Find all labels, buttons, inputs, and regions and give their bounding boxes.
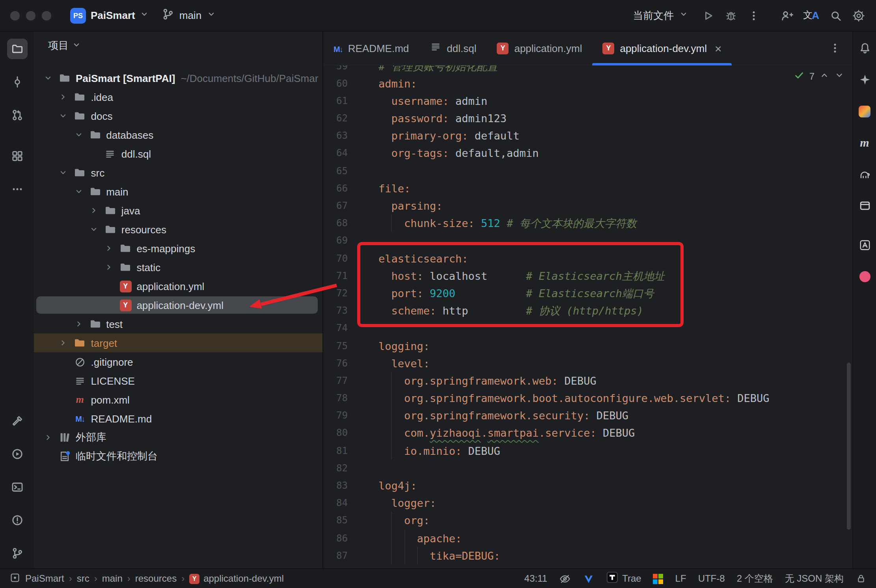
microsoft-plugin-icon[interactable]	[653, 573, 664, 584]
scratches-icon	[58, 450, 71, 463]
search-everywhere-button[interactable]	[826, 6, 845, 25]
chevron-right-icon[interactable]	[103, 261, 115, 274]
card-tool-button[interactable]	[856, 197, 873, 214]
tree-item-ddl.sql[interactable]: ddl.sql	[34, 144, 322, 163]
breadcrumb-paismart[interactable]: PaiSmart	[25, 573, 64, 584]
pull-requests-tool-button[interactable]	[7, 105, 27, 125]
tree-item-target[interactable]: target	[34, 333, 322, 352]
pinned-plugin-tool-button[interactable]	[856, 268, 873, 285]
translate-a-glyph: A	[812, 9, 819, 21]
tree-item-license[interactable]: LICENSE	[34, 371, 322, 390]
code-with-me-button[interactable]	[777, 6, 796, 25]
tree-item--[interactable]: 临时文件和控制台	[34, 447, 322, 466]
terminal-tool-button[interactable]	[7, 477, 27, 497]
code-token: file:	[378, 182, 410, 195]
problems-tool-button[interactable]	[7, 510, 27, 530]
zoom-window-button[interactable]	[42, 11, 51, 20]
more-actions-button[interactable]	[744, 6, 763, 25]
encoding-widget[interactable]: UTF-8	[698, 573, 725, 584]
tree-item-.gitignore[interactable]: .gitignore	[34, 352, 322, 371]
tree-item-es-mappings[interactable]: es-mappings	[34, 239, 322, 258]
chevron-right-icon[interactable]	[57, 91, 70, 103]
inspections-widget[interactable]: 7	[794, 70, 844, 83]
cursor-position[interactable]: 43:11	[524, 573, 547, 584]
chevron-right-icon[interactable]	[42, 431, 54, 444]
chevron-down-icon[interactable]	[72, 185, 85, 198]
settings-button[interactable]	[849, 6, 868, 25]
notifications-tool-button[interactable]	[856, 39, 873, 57]
trae-widget[interactable]: Trae	[606, 571, 641, 586]
tree-item-application-dev.yml[interactable]: Yapplication-dev.yml	[34, 296, 322, 314]
chevron-right-icon[interactable]	[103, 242, 115, 255]
maven-tool-button[interactable]: m	[856, 134, 873, 151]
schema-widget[interactable]: 无 JSON 架构	[785, 572, 844, 585]
build-tool-button[interactable]	[7, 411, 27, 431]
tab-options-button[interactable]	[826, 39, 844, 58]
tree-item-databases[interactable]: databases	[34, 125, 322, 144]
tree-item-main[interactable]: main	[34, 182, 322, 201]
chevron-down-icon[interactable]	[57, 166, 70, 179]
tree-item-src[interactable]: src	[34, 163, 322, 182]
close-window-button[interactable]	[10, 11, 20, 20]
project-tool-button[interactable]	[7, 39, 27, 59]
project-selector[interactable]: PS PaiSmart	[64, 4, 156, 26]
tree-item-paismart-smartpai-[interactable]: PaiSmart [SmartPAI]~/Documents/GitHub/Pa…	[34, 69, 322, 87]
blue-plugin-icon[interactable]	[583, 573, 595, 584]
minimize-window-button[interactable]	[26, 11, 35, 20]
tree-item--[interactable]: 外部库	[34, 428, 322, 447]
gradle-tool-button[interactable]	[856, 166, 873, 183]
chevron-right-icon[interactable]	[88, 204, 100, 217]
breadcrumb-main[interactable]: main	[102, 573, 123, 584]
tree-item-.idea[interactable]: .idea	[34, 87, 322, 106]
translate-button[interactable]: 文A	[800, 6, 822, 25]
translation-tool-button[interactable]	[856, 236, 873, 254]
tree-item-static[interactable]: static	[34, 258, 322, 277]
tree-item-java[interactable]: java	[34, 201, 322, 220]
project-widget-icon[interactable]	[9, 572, 21, 585]
chevron-spacer	[103, 299, 115, 311]
branch-selector[interactable]: main	[156, 5, 222, 26]
line-separator-widget[interactable]: LF	[675, 573, 686, 584]
project-panel-header[interactable]: 项目	[48, 39, 81, 53]
highlighting-eye-icon[interactable]	[559, 573, 571, 584]
services-tool-button[interactable]	[7, 444, 27, 464]
chevron-down-icon[interactable]	[42, 72, 54, 84]
tree-item-test[interactable]: test	[34, 314, 322, 333]
next-problem-icon[interactable]	[834, 70, 844, 83]
more-tool-button[interactable]	[7, 179, 27, 199]
code-line-86: 86 apache:	[323, 529, 852, 547]
structure-tool-button[interactable]	[7, 146, 27, 166]
tree-item-readme.md[interactable]: M↓README.md	[34, 409, 322, 428]
chevron-down-icon[interactable]	[72, 128, 85, 141]
breadcrumb-resources[interactable]: resources	[135, 573, 177, 584]
tab-application-dev.yml[interactable]: Yapplication-dev.yml×	[592, 32, 732, 65]
tab-close-button[interactable]: ×	[715, 42, 722, 54]
commit-tool-button[interactable]	[7, 72, 27, 92]
tab-ddl.sql[interactable]: ddl.sql	[419, 32, 486, 65]
prev-problem-icon[interactable]	[819, 70, 829, 83]
version-control-tool-button[interactable]	[7, 543, 27, 564]
breadcrumb-application-dev.yml[interactable]: Yapplication-dev.yml	[189, 573, 284, 584]
tree-item-resources[interactable]: resources	[34, 220, 322, 239]
chevron-down-icon[interactable]	[57, 110, 70, 122]
editor-scrollbar[interactable]	[847, 363, 851, 530]
plugins-tool-button[interactable]	[856, 102, 873, 120]
breadcrumb-label: main	[102, 573, 123, 584]
run-config-selector[interactable]: 当前文件	[626, 5, 694, 26]
chevron-right-icon[interactable]	[72, 318, 85, 330]
ai-assistant-tool-button[interactable]	[856, 71, 873, 88]
debug-button[interactable]	[721, 6, 740, 25]
tab-application.yml[interactable]: Yapplication.yml	[486, 32, 592, 65]
indent-guide	[404, 547, 405, 564]
tree-item-application.yml[interactable]: Yapplication.yml	[34, 277, 322, 296]
code-editor[interactable]: 59# 管理员账号初始化配置60admin:61 username: admin…	[323, 65, 852, 568]
indent-widget[interactable]: 2 个空格	[737, 572, 773, 585]
tab-readme.md[interactable]: M↓README.md	[323, 32, 419, 65]
chevron-down-icon[interactable]	[88, 223, 100, 236]
run-button[interactable]	[698, 6, 717, 25]
chevron-right-icon[interactable]	[57, 337, 70, 349]
tree-item-pom.xml[interactable]: mpom.xml	[34, 390, 322, 409]
tree-item-docs[interactable]: docs	[34, 106, 322, 125]
readonly-lock-icon[interactable]	[855, 573, 867, 584]
breadcrumb-src[interactable]: src	[77, 573, 89, 584]
